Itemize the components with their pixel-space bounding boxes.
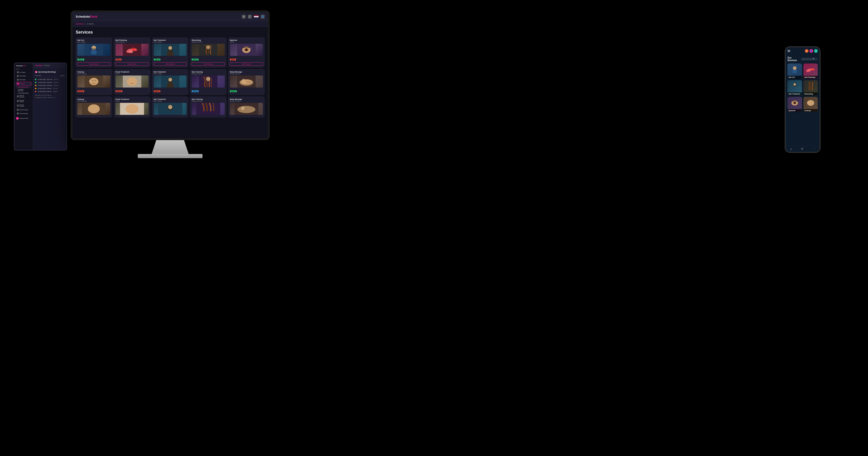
monitor-body: SchedulerDesk ⊞ 🛒 👤 Services | 8 Items S… xyxy=(71,10,270,140)
svg-rect-50 xyxy=(196,103,220,115)
phone-search-bar[interactable]: Search services 🔍 xyxy=(801,57,818,61)
app-logo: SchedulerDesk xyxy=(76,15,97,18)
service-image-facial2 xyxy=(116,103,149,115)
svg-point-59 xyxy=(794,83,796,86)
logo-scheduler: Scheduler xyxy=(76,15,90,18)
sidebar-item-label: Manage Custom... xyxy=(20,104,29,107)
service-price: $200.00 xyxy=(230,90,237,92)
svg-point-54 xyxy=(793,66,797,70)
sidebar-item-payroll[interactable]: Payroll Posting xyxy=(16,108,31,112)
svg-point-39 xyxy=(242,79,245,82)
employee-profile-label: Employee Profile xyxy=(20,118,28,119)
company-tab[interactable]: Company xyxy=(35,65,42,66)
phone-nav-grid[interactable]: ⊞ xyxy=(801,147,803,150)
svg-point-11 xyxy=(168,46,172,50)
svg-point-22 xyxy=(92,80,93,81)
upcoming-bookings-section: 📅 Upcoming Bookings Time Slot Job ID Oct… xyxy=(33,68,66,99)
list-pages-icon xyxy=(17,71,19,73)
cart-icon[interactable]: 🛒 xyxy=(248,15,252,19)
upcoming-title: Upcoming Bookings xyxy=(38,71,56,73)
service-category: Nail Polishing xyxy=(77,100,111,102)
phone-bell-icon[interactable]: 🔔 xyxy=(805,49,808,53)
chevron-right-icon: › xyxy=(30,96,31,97)
phone-service-card-eyebrow[interactable]: Eyebrow xyxy=(787,97,802,112)
service-price: $360.00 xyxy=(77,59,84,60)
view-service-button[interactable]: View Service xyxy=(230,62,263,66)
monitor-stand xyxy=(147,140,193,154)
phone-outer: 🔔 👤 🛒 Our Services Search services 🔍 xyxy=(785,46,820,153)
phone-nav-apps[interactable]: ⋯ xyxy=(812,147,815,150)
phone-service-card-rebonding[interactable]: Rebonding xyxy=(803,80,818,95)
hamburger-icon[interactable] xyxy=(787,50,790,52)
breadcrumb-separator: | xyxy=(85,23,86,25)
sidebar-item-grid-pages[interactable]: Grid Pages › xyxy=(16,74,31,78)
booking-row: Oct 8th 2022, 12:00 pm Diane B. xyxy=(35,81,65,84)
svg-rect-41 xyxy=(247,81,252,83)
service-card-nail: Nail Polishing Nail Polishing xyxy=(114,37,150,67)
service-name: Hair Coloring xyxy=(192,71,225,73)
phone-header: 🔔 👤 🛒 xyxy=(785,47,819,55)
service-image-hairtreat3 xyxy=(154,103,187,115)
sidebar-subitem-completed[interactable]: Completed Appointme... xyxy=(16,88,31,92)
status-dot xyxy=(35,88,36,89)
service-price: $200.00 xyxy=(154,59,161,60)
employee-profile[interactable]: E Employee Profile xyxy=(16,117,31,120)
phone-nav-home[interactable]: ⌂ xyxy=(790,148,792,150)
sidebar-item-documentation[interactable]: Documentation xyxy=(16,112,31,115)
view-service-button[interactable]: View Service xyxy=(192,62,225,66)
view-service-button[interactable]: View Service xyxy=(116,62,149,66)
breadcrumb-services[interactable]: Services xyxy=(76,23,84,25)
col-jobid: Job ID xyxy=(60,75,65,76)
booking-row: Oct 8th 2022, 10:30 am Alison T. xyxy=(35,78,65,81)
sidebar-item-bookings[interactable]: Bookings ▾ xyxy=(16,82,31,86)
service-card-inner: Body Massage Beauty Creams xyxy=(228,97,264,117)
phone-service-card-cleanup[interactable]: Cleanup xyxy=(803,97,818,112)
sidebar-item-label: Edit Pages xyxy=(20,79,26,80)
col-timeslot: Time Slot xyxy=(35,75,41,76)
view-service-button[interactable]: View Service xyxy=(77,62,111,66)
flag-icon[interactable] xyxy=(254,15,258,18)
service-image-hairtreat2 xyxy=(154,75,187,88)
phone-section-title: Our Services xyxy=(787,57,801,62)
service-card-eyebrow: Eyebrow Facial xyxy=(228,37,265,67)
user-icon[interactable]: 👤 xyxy=(261,15,265,19)
sidebar-subitem-cancel[interactable]: Cancel Appointments xyxy=(16,92,31,94)
sidebar-item-list-pages[interactable]: List Pages › xyxy=(16,71,31,74)
grid-icon[interactable]: ⊞ xyxy=(242,15,246,19)
view-service-button[interactable]: View Service xyxy=(154,62,187,66)
svg-point-23 xyxy=(94,80,96,81)
sidebar-item-label: Grid Pages xyxy=(20,75,26,77)
service-category: Nail Polishing xyxy=(116,41,149,43)
service-image-haircolor2 xyxy=(192,103,225,115)
phone-service-card-hairtreat[interactable]: Hair Treatment xyxy=(787,80,802,95)
logo-desk: Desk xyxy=(90,15,97,18)
phone-user-icon[interactable]: 👤 xyxy=(809,49,813,53)
bookings-icon xyxy=(17,83,19,85)
service-card-inner: Facial Treatment Facial xyxy=(114,97,150,117)
sidebar-item-manage-custom[interactable]: Manage Custom... › xyxy=(16,103,31,108)
service-name: Hair Treatment xyxy=(154,98,187,100)
sidebar-subitem-upcoming[interactable]: Upcoming Bookings xyxy=(16,86,31,88)
app-navbar: SchedulerDesk ⊞ 🛒 👤 xyxy=(72,12,268,21)
phone-cart-icon[interactable]: 🛒 xyxy=(814,49,818,53)
products-tab[interactable]: Products xyxy=(44,65,50,66)
sidebar-item-edit-pages[interactable]: Edit Pages › xyxy=(16,78,31,81)
service-name: Hair Cut xyxy=(77,39,111,41)
service-card-inner: Body Massage Beauty Creams xyxy=(228,69,264,94)
service-image-eyebrow xyxy=(230,44,263,56)
app-sidebar: SchedulerDesk Vendor List Pages › Grid P… xyxy=(14,63,33,150)
service-card-bodymassage: Body Massage Beauty Creams xyxy=(228,69,265,95)
booking-name: Sue Qu... xyxy=(53,88,59,89)
service-image-rebonding xyxy=(192,44,225,56)
service-card-inner: Cleanup Nail Polishing xyxy=(76,69,112,94)
phone-service-card-nail[interactable]: Nail Polishing xyxy=(803,63,818,79)
sidebar-item-manage-employees[interactable]: Manage Employ... › xyxy=(16,99,31,103)
phone-service-card-haircut[interactable]: Hair Cut xyxy=(787,63,802,79)
svg-point-53 xyxy=(241,107,245,110)
status-dot xyxy=(35,79,36,80)
status-dot xyxy=(35,82,36,83)
service-card-facial2: Facial Treatment Facial xyxy=(114,97,150,117)
booking-name: Alison T. xyxy=(54,79,59,80)
sidebar-item-manage-services[interactable]: Manage Services... › xyxy=(16,94,31,98)
service-card-inner: Hair Treatment Hair Cutting xyxy=(152,97,188,117)
